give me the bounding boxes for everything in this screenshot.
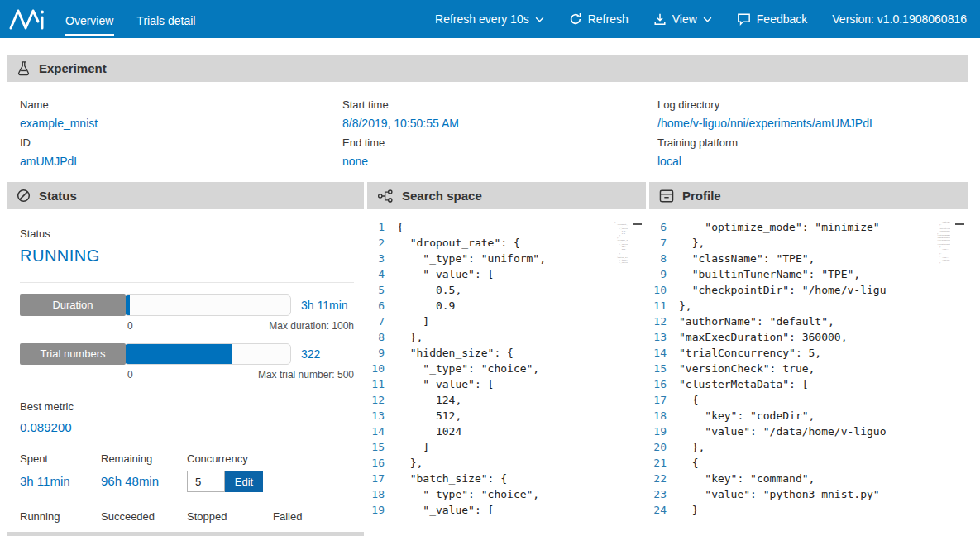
line-number: 10 [367, 361, 397, 376]
concurrency-input[interactable]: 5 [187, 471, 225, 492]
line-number: 19 [367, 502, 397, 518]
view-dropdown[interactable]: View [653, 12, 712, 26]
line-number: 23 [649, 486, 679, 502]
line-number: 15 [367, 439, 397, 455]
code-line: 21 { [649, 455, 937, 471]
code-line: 23 "value": "python3 mnist.py" [649, 486, 937, 502]
code-line: 4 "_value": [ [367, 266, 614, 282]
code-text: { [679, 455, 698, 471]
profile-title: Profile [682, 189, 721, 203]
experiment-col-1: Name example_mnist ID amUMJPdL [20, 93, 342, 175]
feedback-icon [737, 12, 751, 26]
log-directory-value: /home/v-liguo/nni/experiments/amUMJPdL [657, 117, 955, 130]
code-line: 8 }, [367, 329, 614, 345]
duration-min: 0 [127, 320, 133, 332]
start-time-value: 8/8/2019, 10:50:55 AM [342, 117, 657, 130]
line-number: 6 [649, 219, 679, 235]
flask-icon [17, 60, 31, 76]
code-text: 0.9 [397, 298, 455, 313]
name-label: Name [20, 98, 342, 111]
tab-trials-detail[interactable]: Trials detail [136, 3, 196, 36]
code-line: 19 "value": "/data/home/v-liguo [649, 424, 937, 439]
download-icon [653, 12, 667, 26]
line-number: 19 [649, 424, 679, 439]
duration-progress: Duration 3h 11min [20, 294, 359, 316]
code-text: "value": "/data/home/v-liguo [679, 424, 886, 439]
status-header: Status [7, 182, 364, 209]
remaining-label: Remaining [101, 452, 187, 465]
editor-scrollbar[interactable] [950, 219, 968, 536]
trials-track [124, 343, 291, 365]
main-tabs: Overview Trials detail [65, 3, 196, 36]
divider [20, 282, 354, 283]
code-line: 17 "batch_size": { [367, 471, 614, 486]
minimap-content: "optimize_mode": "minimize" }, "classNam… [937, 221, 950, 263]
code-text: "checkpointDir": "/home/v-ligu [679, 282, 886, 298]
scrollbar-thumb[interactable] [955, 223, 964, 225]
code-text: "_value": [ [397, 376, 494, 392]
code-text: }, [679, 298, 692, 313]
minimap[interactable]: { "dropout_rate": { "_type": "uniform", … [614, 221, 628, 536]
edit-button[interactable]: Edit [225, 471, 263, 492]
status-value: RUNNING [20, 246, 359, 266]
code-text: ] [397, 313, 429, 329]
line-number: 15 [649, 361, 679, 376]
line-number: 1 [367, 219, 397, 235]
line-number: 14 [649, 345, 679, 361]
code-text: "versionCheck": true, [679, 361, 815, 376]
profile-editor[interactable]: 6 "optimize_mode": "minimize"7 },8 "clas… [649, 209, 968, 536]
line-number: 12 [649, 313, 679, 329]
search-space-editor[interactable]: 1{2 "dropout_rate": {3 "_type": "uniform… [367, 209, 646, 536]
trials-fill [125, 344, 232, 364]
profile-code: 6 "optimize_mode": "minimize"7 },8 "clas… [649, 219, 937, 536]
code-text: }, [397, 455, 423, 471]
code-text: }, [679, 439, 705, 455]
refresh-button[interactable]: Refresh [569, 12, 629, 26]
nni-logo-icon [8, 7, 46, 31]
code-line: 6 "optimize_mode": "minimize" [649, 219, 937, 235]
name-value: example_mnist [20, 117, 342, 130]
code-text: "value": "python3 mnist.py" [679, 486, 880, 502]
code-line: 7 }, [649, 235, 937, 251]
best-metric-label: Best metric [20, 400, 359, 413]
code-text: }, [397, 329, 423, 345]
code-line: 11}, [649, 298, 937, 313]
line-number: 10 [649, 282, 679, 298]
next-section-header-partial [7, 532, 364, 536]
code-line: 14"trialConcurrency": 5, [649, 345, 937, 361]
training-platform-label: Training platform [657, 136, 955, 149]
trials-max: Max trial number: 500 [258, 369, 354, 380]
line-number: 4 [367, 266, 397, 282]
end-time-value: none [342, 155, 657, 168]
line-number: 7 [367, 313, 397, 329]
code-line: 2 "dropout_rate": { [367, 235, 614, 251]
succeeded-label: Succeeded [101, 510, 187, 523]
code-line: 7 ] [367, 313, 614, 329]
end-time-label: End time [342, 136, 657, 149]
editor-scrollbar[interactable] [628, 219, 646, 536]
trials-range: 0 Max trial number: 500 [127, 369, 354, 380]
panels-row: Status Status RUNNING Duration 3h 11min … [7, 182, 968, 536]
chevron-down-icon [535, 17, 544, 22]
code-text: 1024 [397, 424, 461, 439]
duration-max: Max duration: 100h [269, 320, 354, 332]
code-line: 19 "_value": [ [367, 502, 614, 518]
minimap[interactable]: "optimize_mode": "minimize" }, "classNam… [937, 221, 950, 536]
refresh-interval-dropdown[interactable]: Refresh every 10s [435, 12, 544, 26]
code-line: 6 0.9 [367, 298, 614, 313]
concurrency-label: Concurrency [187, 452, 273, 465]
code-text: 0.5, [397, 282, 461, 298]
status-title: Status [39, 189, 77, 203]
tab-overview[interactable]: Overview [65, 3, 114, 36]
feedback-button[interactable]: Feedback [737, 12, 807, 26]
code-line: 12 124, [367, 392, 614, 408]
code-line: 8 "className": "TPE", [649, 251, 937, 266]
line-number: 22 [649, 471, 679, 486]
code-line: 17 { [649, 392, 937, 408]
experiment-header: Experiment [7, 55, 968, 82]
scrollbar-thumb[interactable] [633, 223, 642, 225]
line-number: 11 [367, 376, 397, 392]
line-number: 5 [367, 282, 397, 298]
code-text: "_type": "choice", [397, 361, 539, 376]
code-line: 9 "builtinTunerName": "TPE", [649, 266, 937, 282]
